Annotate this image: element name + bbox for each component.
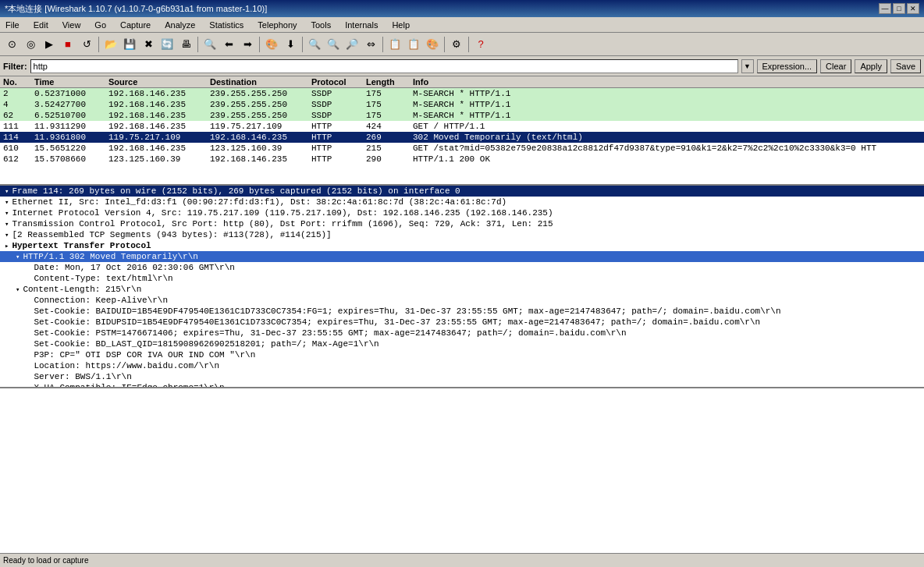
hex-pane [0,388,924,553]
expand-icon[interactable]: ▾ [5,220,9,229]
detail-row[interactable]: Set-Cookie: BIDUPSID=1B54E9DF479540E1361… [0,317,924,328]
tb-resize-cols-btn[interactable]: ⇔ [362,36,379,53]
tb-normal-size-btn[interactable]: 🔎 [343,36,361,53]
menu-edit[interactable]: Edit [31,19,51,30]
detail-row[interactable]: ▾Internet Protocol Version 4, Src: 119.7… [0,207,924,218]
tb-sep1 [98,37,99,52]
table-row[interactable]: 2 0.52371000 192.168.146.235 239.255.255… [0,88,924,99]
tb-open-btn[interactable]: 📂 [102,36,119,53]
menu-internals[interactable]: Internals [343,19,380,30]
save-button[interactable]: Save [890,59,921,73]
table-row[interactable]: 62 6.52510700 192.168.146.235 239.255.25… [0,110,924,121]
menu-help[interactable]: Help [389,19,412,30]
expand-icon [27,275,30,282]
detail-text: Connection: Keep-Alive\r\n [34,296,168,305]
tb-start-btn[interactable]: ▶ [41,36,58,53]
title-bar-buttons[interactable]: — □ ✕ [879,3,919,14]
detail-row[interactable]: ▾Content-Length: 215\r\n [0,284,924,295]
menu-analyze[interactable]: Analyze [162,19,197,30]
menu-tools[interactable]: Tools [309,19,334,30]
tb-capture-filter-btn[interactable]: 📋 [386,36,403,53]
detail-text: Set-Cookie: BAIDUID=1B54E9DF479540E1361C… [34,307,780,316]
tb-prev-btn[interactable]: ⬅ [220,36,237,53]
detail-row[interactable]: ▾Frame 114: 269 bytes on wire (2152 bits… [0,186,924,197]
detail-text: Location: https://www.baidu.com/\r\n [34,361,219,370]
menu-go[interactable]: Go [92,19,108,30]
detail-row[interactable]: Set-Cookie: BAIDUID=1B54E9DF479540E1361C… [0,306,924,317]
detail-row[interactable]: Content-Type: text/html\r\n [0,273,924,284]
tb-zoom-out-btn[interactable]: 🔍 [325,36,342,53]
filter-input[interactable] [30,59,738,73]
col-time: Time [34,77,108,87]
expand-icon[interactable]: ▾ [5,231,9,239]
tb-help-btn[interactable]: ? [472,36,489,53]
detail-row[interactable]: ▾[2 Reassembled TCP Segments (943 bytes)… [0,229,924,240]
detail-row[interactable]: ▸Hypertext Transfer Protocol [0,240,924,251]
expand-icon[interactable]: ▾ [5,198,9,207]
table-row[interactable]: 612 15.5708660 123.125.160.39 192.168.14… [0,154,924,165]
tb-display-filter-btn[interactable]: 📋 [405,36,422,53]
detail-text: [2 Reassembled TCP Segments (943 bytes):… [12,230,331,239]
detail-row[interactable]: Date: Mon, 17 Oct 2016 02:30:06 GMT\r\n [0,262,924,273]
detail-row[interactable]: Server: BWS/1.1\r\n [0,371,924,382]
close-button[interactable]: ✕ [907,3,919,14]
tb-restart-btn[interactable]: ↺ [78,36,95,53]
expand-icon[interactable]: ▾ [5,209,9,218]
detail-row[interactable]: Connection: Keep-Alive\r\n [0,295,924,306]
menu-statistics[interactable]: Statistics [207,19,246,30]
apply-button[interactable]: Apply [855,59,887,73]
tb-close-btn[interactable]: ✖ [140,36,157,53]
menu-file[interactable]: File [3,19,22,30]
table-row[interactable]: 111 11.9311290 192.168.146.235 119.75.21… [0,121,924,132]
tb-autoscroll-btn[interactable]: ⬇ [282,36,299,53]
tb-interfaces-btn[interactable]: ⊙ [3,36,20,53]
table-row[interactable]: 4 3.52427700 192.168.146.235 239.255.255… [0,99,924,110]
detail-row[interactable]: Location: https://www.baidu.com/\r\n [0,360,924,371]
detail-row[interactable]: ▾Ethernet II, Src: Intel_fd:d3:f1 (00:90… [0,197,924,207]
tb-prefs-btn[interactable]: ⚙ [448,36,465,53]
detail-row[interactable]: Set-Cookie: BD_LAST_QID=1815908962690251… [0,338,924,349]
clear-button[interactable]: Clear [820,59,851,73]
tb-options-btn[interactable]: ◎ [22,36,39,53]
menu-capture[interactable]: Capture [118,19,153,30]
expand-icon [27,296,30,304]
table-row[interactable]: 610 15.5651220 192.168.146.235 123.125.1… [0,143,924,154]
expand-icon[interactable]: ▾ [16,285,20,294]
detail-pane[interactable]: ▾Frame 114: 269 bytes on wire (2152 bits… [0,186,924,388]
expand-icon [27,351,30,359]
tb-next-btn[interactable]: ➡ [239,36,256,53]
tb-zoom-in-btn[interactable]: 🔍 [306,36,323,53]
detail-text: Hypertext Transfer Protocol [12,241,151,250]
detail-row[interactable]: X-UA-Compatible: IE=Edge,chrome=1\r\n [0,382,924,388]
packet-rows: 2 0.52371000 192.168.146.235 239.255.255… [0,88,924,165]
expand-icon[interactable]: ▾ [16,253,20,261]
tb-save-btn[interactable]: 💾 [121,36,138,53]
tb-coloring-rules-btn[interactable]: 🎨 [424,36,441,53]
filter-dropdown[interactable]: ▼ [741,59,754,73]
maximize-button[interactable]: □ [893,3,905,14]
menu-view[interactable]: View [60,19,84,30]
packet-list[interactable]: No. Time Source Destination Protocol Len… [0,76,924,186]
expand-icon[interactable]: ▾ [5,187,9,196]
expand-icon[interactable]: ▸ [5,242,9,250]
tb-stop-btn[interactable]: ■ [59,36,76,53]
expression-button[interactable]: Expression... [757,59,818,73]
minimize-button[interactable]: — [879,3,891,14]
expand-icon [27,307,30,315]
col-info: Info [413,77,921,87]
menu-telephony[interactable]: Telephony [255,19,299,30]
tb-reload-btn[interactable]: 🔄 [158,36,176,53]
status-text: Ready to load or capture [3,556,89,565]
table-row[interactable]: 114 11.9361800 119.75.217.109 192.168.14… [0,132,924,143]
col-source: Source [108,77,210,87]
tb-print-btn[interactable]: 🖶 [177,36,194,53]
tb-find-btn[interactable]: 🔍 [201,36,219,53]
detail-row[interactable]: Set-Cookie: PSTM=1476671406; expires=Thu… [0,328,924,338]
detail-row[interactable]: ▾Transmission Control Protocol, Src Port… [0,218,924,229]
tb-colorize-btn[interactable]: 🎨 [263,36,280,53]
detail-text: Ethernet II, Src: Intel_fd:d3:f1 (00:90:… [12,197,506,207]
detail-row[interactable]: ▾HTTP/1.1 302 Moved Temporarily\r\n [0,251,924,262]
detail-row[interactable]: P3P: CP=" OTI DSP COR IVA OUR IND COM "\… [0,349,924,360]
col-protocol: Protocol [311,77,366,87]
menu-bar: File Edit View Go Capture Analyze Statis… [0,17,924,33]
